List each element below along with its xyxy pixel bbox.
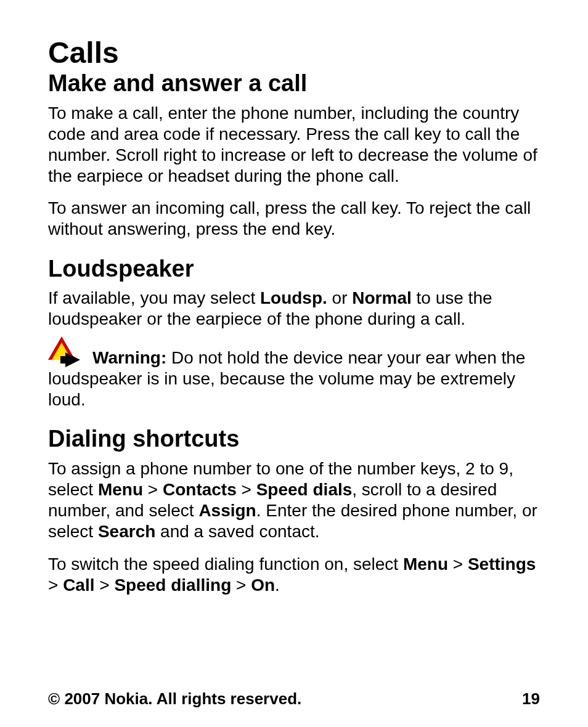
text: If available, you may select (48, 288, 260, 307)
text: and a saved contact. (155, 522, 319, 541)
separator: > (231, 575, 251, 595)
label-assign: Assign (198, 501, 256, 520)
page-footer: © 2007 Nokia. All rights reserved. 19 (48, 672, 540, 709)
separator: > (143, 480, 163, 499)
text: To switch the speed dialing function on,… (48, 554, 403, 574)
text: or (327, 288, 352, 307)
copyright-text: © 2007 Nokia. All rights reserved. (48, 689, 301, 709)
heading-make-answer: Make and answer a call (48, 71, 540, 97)
document-page: Calls Make and answer a call To make a c… (0, 0, 588, 727)
heading-loudspeaker: Loudspeaker (48, 256, 540, 282)
menu-path-on: On (251, 575, 275, 595)
paragraph-make-call: To make a call, enter the phone number, … (48, 103, 540, 187)
page-number: 19 (522, 689, 540, 709)
separator: > (448, 554, 468, 574)
menu-path-contacts: Contacts (163, 480, 237, 499)
separator: > (237, 480, 256, 499)
menu-path-settings: Settings (468, 554, 536, 574)
separator: > (95, 575, 115, 595)
separator: > (48, 575, 63, 595)
label-loudsp: Loudsp. (260, 288, 327, 307)
menu-path-menu: Menu (98, 480, 143, 499)
warning-block: Warning: Do not hold the device near you… (48, 341, 540, 410)
warning-label: Warning: (92, 348, 166, 367)
label-normal: Normal (352, 288, 411, 307)
heading-calls: Calls (48, 37, 540, 70)
page-content: Calls Make and answer a call To make a c… (48, 37, 540, 672)
paragraph-assign-shortcut: To assign a phone number to one of the n… (48, 458, 540, 543)
text: . (275, 575, 280, 595)
paragraph-answer-call: To answer an incoming call, press the ca… (48, 198, 540, 240)
arrow-icon (65, 352, 80, 367)
menu-path-menu: Menu (403, 554, 448, 574)
heading-dialing-shortcuts: Dialing shortcuts (48, 426, 540, 452)
menu-path-speed-dials: Speed dials (256, 480, 353, 499)
warning-icon (48, 341, 91, 367)
paragraph-enable-speed-dial: To switch the speed dialing function on,… (48, 554, 540, 596)
menu-path-call: Call (63, 575, 94, 595)
menu-path-speed-dialling: Speed dialling (114, 575, 231, 595)
paragraph-loudspeaker: If available, you may select Loudsp. or … (48, 288, 540, 330)
label-search: Search (98, 522, 155, 541)
